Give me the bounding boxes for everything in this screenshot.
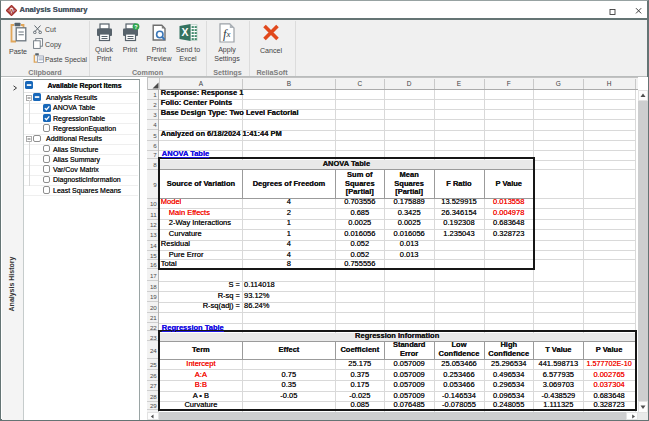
svg-text:W: W [9,8,15,14]
svg-text:fx: fx [223,27,230,41]
svg-text:X: X [181,26,188,38]
